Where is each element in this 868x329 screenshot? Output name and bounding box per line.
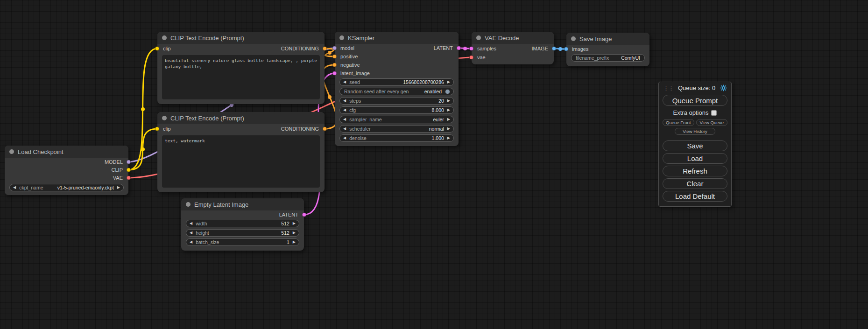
negative-prompt-textarea[interactable]: text, watermark xyxy=(162,135,320,188)
output-connector-latent[interactable] xyxy=(457,46,461,50)
node-title: Load Checkpoint xyxy=(18,148,64,155)
input-slot-latent-image: latent_image xyxy=(335,69,459,77)
wire-midpoint-dot xyxy=(328,95,332,99)
input-connector-vae[interactable] xyxy=(469,55,473,59)
collapse-dot-icon[interactable] xyxy=(162,116,167,120)
height-widget[interactable]: ◀ height 512 ▶ xyxy=(186,229,299,237)
input-connector-model[interactable] xyxy=(332,46,337,50)
increment-arrow-icon[interactable]: ▶ xyxy=(447,118,450,121)
node-title-bar[interactable]: CLIP Text Encode (Prompt) xyxy=(157,112,325,124)
cfg-widget[interactable]: ◀ cfg 8.000 ▶ xyxy=(339,106,454,114)
increment-arrow-icon[interactable]: ▶ xyxy=(293,240,296,244)
decrement-arrow-icon[interactable]: ◀ xyxy=(190,231,192,235)
node-clip-text-encode-positive[interactable]: CLIP Text Encode (Prompt) clip CONDITION… xyxy=(157,32,325,104)
random-seed-toggle-widget[interactable]: Random seed after every gen enabled xyxy=(339,88,454,95)
collapse-dot-icon[interactable] xyxy=(162,35,167,40)
collapse-dot-icon[interactable] xyxy=(339,35,344,40)
widget-label: scheduler xyxy=(349,126,371,132)
increment-arrow-icon[interactable]: ▶ xyxy=(447,80,450,84)
slot-label: CLIP xyxy=(112,167,123,173)
slot-label: LATENT xyxy=(279,212,298,217)
decrement-arrow-icon[interactable]: ◀ xyxy=(343,127,346,131)
collapse-dot-icon[interactable] xyxy=(571,36,576,41)
output-connector-clip[interactable] xyxy=(127,168,131,172)
toggle-knob[interactable] xyxy=(445,89,450,94)
increment-arrow-icon[interactable]: ▶ xyxy=(447,108,450,112)
slot-label: latent_image xyxy=(340,70,370,76)
node-empty-latent-image[interactable]: Empty Latent Image LATENT ◀ width 512 ▶ … xyxy=(181,198,304,251)
view-queue-button[interactable]: View Queue xyxy=(696,119,728,126)
refresh-button[interactable]: Refresh xyxy=(663,166,727,176)
input-connector-negative[interactable] xyxy=(332,63,337,67)
queue-front-button[interactable]: Queue Front xyxy=(663,119,694,126)
extra-options-checkbox[interactable] xyxy=(711,110,717,116)
node-save-image[interactable]: Save Image images filename_prefix ComfyU… xyxy=(566,33,649,66)
collapse-dot-icon[interactable] xyxy=(9,149,14,154)
input-connector-clip[interactable] xyxy=(155,47,159,51)
decrement-arrow-icon[interactable]: ◀ xyxy=(190,222,192,225)
input-connector-latent-image[interactable] xyxy=(332,71,337,76)
decrement-arrow-icon[interactable]: ◀ xyxy=(343,80,346,84)
increment-arrow-icon[interactable]: ▶ xyxy=(293,222,296,225)
seed-widget[interactable]: ◀ seed 156680208700286 ▶ xyxy=(339,78,454,86)
decrement-arrow-icon[interactable]: ◀ xyxy=(13,186,16,189)
increment-arrow-icon[interactable]: ▶ xyxy=(293,231,296,235)
decrement-arrow-icon[interactable]: ◀ xyxy=(343,118,346,121)
input-connector-clip[interactable] xyxy=(155,127,159,131)
wire-midpoint-dot xyxy=(328,51,332,55)
save-button[interactable]: Save xyxy=(663,140,727,151)
node-title-bar[interactable]: VAE Decode xyxy=(472,32,554,44)
load-button[interactable]: Load xyxy=(663,153,727,164)
input-connector-samples[interactable] xyxy=(469,46,473,50)
increment-arrow-icon[interactable]: ▶ xyxy=(447,136,450,140)
sampler-name-widget[interactable]: ◀ sampler_name euler ▶ xyxy=(339,116,454,123)
node-ksampler[interactable]: KSampler model LATENT positive negative … xyxy=(335,32,459,146)
node-title-bar[interactable]: KSampler xyxy=(335,32,459,44)
filename-prefix-widget[interactable]: filename_prefix ComfyUI xyxy=(571,54,645,62)
input-connector-positive[interactable] xyxy=(332,55,337,59)
increment-arrow-icon[interactable]: ▶ xyxy=(447,127,450,131)
increment-arrow-icon[interactable]: ▶ xyxy=(447,99,450,103)
node-vae-decode[interactable]: VAE Decode samples IMAGE vae xyxy=(472,32,554,64)
output-connector-vae[interactable] xyxy=(127,175,131,180)
load-default-button[interactable]: Load Default xyxy=(663,191,727,202)
collapse-dot-icon[interactable] xyxy=(186,202,191,207)
decrement-arrow-icon[interactable]: ◀ xyxy=(343,136,346,140)
settings-gear-icon[interactable] xyxy=(720,84,727,91)
increment-arrow-icon[interactable]: ▶ xyxy=(117,186,120,189)
node-title-bar[interactable]: Empty Latent Image xyxy=(181,198,304,210)
widget-value: euler xyxy=(433,117,444,122)
positive-prompt-textarea[interactable]: beautiful scenery nature glass bottle la… xyxy=(162,55,320,99)
steps-widget[interactable]: ◀ steps 20 ▶ xyxy=(339,97,454,105)
view-history-button[interactable]: View History xyxy=(675,128,715,135)
output-connector-conditioning[interactable] xyxy=(323,47,327,51)
output-connector-conditioning[interactable] xyxy=(323,127,327,131)
node-title-bar[interactable]: CLIP Text Encode (Prompt) xyxy=(157,32,325,44)
node-title: Save Image xyxy=(579,35,612,42)
width-widget[interactable]: ◀ width 512 ▶ xyxy=(186,220,299,227)
queue-menu-panel[interactable]: ⋮⋮ Queue size: 0 Queue Prompt Extra opti… xyxy=(658,82,732,207)
widget-label: Random seed after every gen xyxy=(344,89,409,94)
batch-size-widget[interactable]: ◀ batch_size 1 ▶ xyxy=(186,238,299,246)
input-connector-images[interactable] xyxy=(564,47,568,51)
graph-canvas[interactable]: { "colors": { "model": "#B39DDB", "clip"… xyxy=(0,0,868,329)
node-clip-text-encode-negative[interactable]: CLIP Text Encode (Prompt) clip CONDITION… xyxy=(157,112,325,192)
ckpt-name-widget[interactable]: ◀ ckpt_name v1-5-pruned-emaonly.ckpt ▶ xyxy=(9,184,124,191)
slot-label: images xyxy=(572,46,588,52)
collapse-dot-icon[interactable] xyxy=(476,35,481,40)
denoise-widget[interactable]: ◀ denoise 1.000 ▶ xyxy=(339,134,454,142)
clear-button[interactable]: Clear xyxy=(663,178,727,189)
decrement-arrow-icon[interactable]: ◀ xyxy=(343,99,346,103)
drag-handle-icon[interactable]: ⋮⋮ xyxy=(663,84,673,91)
output-connector-latent[interactable] xyxy=(302,213,306,217)
decrement-arrow-icon[interactable]: ◀ xyxy=(190,240,192,244)
queue-prompt-button[interactable]: Queue Prompt xyxy=(663,95,727,106)
scheduler-widget[interactable]: ◀ scheduler normal ▶ xyxy=(339,125,454,133)
node-title-bar[interactable]: Save Image xyxy=(566,33,649,45)
output-connector-model[interactable] xyxy=(127,160,131,164)
node-load-checkpoint[interactable]: Load Checkpoint MODEL CLIP VAE ◀ ckpt_na… xyxy=(5,146,128,195)
decrement-arrow-icon[interactable]: ◀ xyxy=(343,108,346,112)
output-connector-image[interactable] xyxy=(552,46,556,50)
node-title-bar[interactable]: Load Checkpoint xyxy=(5,146,128,158)
slot-row: clip CONDITIONING xyxy=(157,124,325,133)
